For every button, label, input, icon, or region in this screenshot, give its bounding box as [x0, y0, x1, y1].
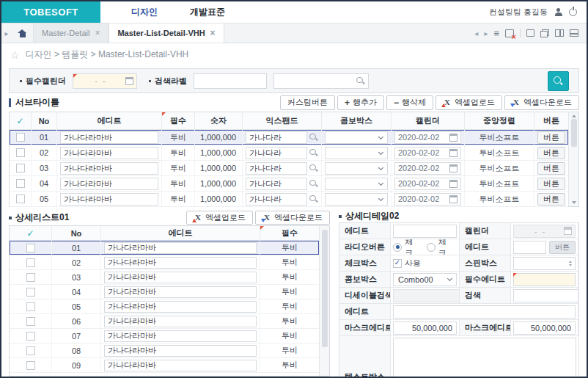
edit-input[interactable] — [60, 131, 158, 144]
required-edit-input[interactable] — [513, 273, 576, 286]
row-checkbox[interactable] — [16, 148, 25, 157]
app-logo[interactable]: TOBESOFT — [1, 1, 100, 23]
menu-dev-standard[interactable]: 개발표준 — [190, 6, 225, 18]
spin-down-icon[interactable] — [569, 264, 572, 266]
combo-select[interactable] — [325, 193, 388, 206]
radio-option-label[interactable]: 체크 — [405, 239, 416, 255]
edit2-input[interactable] — [513, 241, 546, 254]
master-grid-row[interactable]: 04 투비 1,000,000 2020-02-02 투비소프트 버튼 — [10, 176, 568, 192]
edit-input[interactable] — [104, 257, 257, 269]
master-grid-row[interactable]: 01 투비 1,000,000 2020-02-02 투비소프트 버튼 — [10, 130, 568, 145]
logout-icon[interactable] — [569, 8, 577, 16]
select-all-checkbox[interactable]: ✓ — [26, 228, 34, 239]
add-row-button[interactable]: +행추가 — [337, 95, 384, 110]
detail-list-row[interactable]: 02 투비 — [10, 255, 319, 270]
detail-list-row[interactable]: 01 투비 — [10, 241, 319, 255]
radio-unchecked[interactable] — [427, 243, 436, 252]
detail-list-row[interactable]: 09 투비 — [10, 358, 319, 373]
row-checkbox[interactable] — [26, 302, 35, 311]
search-input[interactable] — [513, 289, 578, 302]
expand-input[interactable] — [246, 193, 307, 206]
layout-single-icon[interactable] — [526, 29, 534, 37]
scroll-down-icon[interactable] — [572, 201, 576, 204]
row-button[interactable]: 버튼 — [537, 147, 565, 159]
master-grid-row[interactable]: 02 투비 1,000,000 2020-02-02 투비소프트 버튼 — [10, 145, 568, 161]
row-checkbox[interactable] — [26, 361, 35, 370]
layout-vertical-split-icon[interactable] — [555, 29, 564, 37]
layout-horizontal-split-icon[interactable] — [570, 29, 578, 37]
row-checkbox[interactable] — [26, 244, 35, 252]
expand-input[interactable] — [246, 147, 307, 159]
master-grid-row[interactable]: 03 투비 1,000,000 2020-02-02 투비소프트 버튼 — [10, 161, 568, 176]
detail-list-row[interactable]: 07 투비 — [10, 329, 319, 344]
scrollbar-thumb[interactable] — [571, 119, 577, 147]
select-all-checkbox[interactable]: ✓ — [16, 116, 23, 126]
search-icon[interactable] — [309, 179, 318, 189]
edit-input[interactable] — [104, 345, 257, 357]
spin-up-icon[interactable] — [569, 261, 572, 263]
layout-cascade-icon[interactable] — [540, 29, 549, 37]
combo-select[interactable]: Combo00 — [393, 273, 457, 286]
calendar-input[interactable]: 2020-02-02 — [394, 162, 461, 175]
combo-select[interactable] — [325, 131, 388, 144]
combo-select[interactable] — [325, 162, 388, 175]
row-checkbox[interactable] — [16, 164, 25, 172]
edit-input[interactable] — [104, 272, 257, 283]
radio-checked[interactable] — [393, 243, 402, 252]
row-checkbox[interactable] — [16, 195, 25, 203]
calendar-input[interactable]: 2020-02-02 — [394, 131, 461, 144]
tab-master-detail[interactable]: Master-Detail × — [34, 23, 109, 43]
edit-input[interactable] — [104, 242, 257, 254]
row-checkbox[interactable] — [16, 179, 25, 188]
expand-input[interactable] — [246, 162, 307, 175]
mask-edit-input[interactable] — [393, 321, 457, 335]
search-icon[interactable] — [356, 76, 365, 86]
mask-edit-input[interactable] — [513, 321, 576, 335]
row-button[interactable]: 버튼 — [537, 162, 565, 175]
favorite-star-icon[interactable]: ☆ — [10, 50, 20, 60]
detail-list-row[interactable]: 05 투비 — [10, 299, 319, 314]
calendar-input[interactable]: 2020-02-02 — [394, 147, 461, 159]
row-checkbox[interactable] — [16, 133, 25, 142]
row-checkbox[interactable] — [26, 288, 35, 297]
row-checkbox[interactable] — [26, 258, 35, 267]
nav-left-icon[interactable]: ◂ — [474, 29, 478, 37]
edit3-input[interactable] — [393, 305, 576, 319]
tab-master-list-detail-vhh[interactable]: Master-List-Detail-VHH × — [109, 23, 224, 43]
search-button[interactable] — [548, 71, 569, 91]
spin-input[interactable] — [513, 257, 576, 270]
excel-download-button[interactable]: 엑셀다운로드 — [255, 211, 330, 225]
row-checkbox[interactable] — [26, 273, 35, 282]
scroll-up-icon[interactable] — [572, 115, 576, 117]
textbox-input[interactable] — [393, 338, 576, 377]
tab-list-icon[interactable]: ≡ — [493, 29, 499, 38]
excel-upload-button[interactable]: 엑셀업로드 — [436, 95, 502, 110]
vertical-scrollbar[interactable] — [568, 112, 578, 206]
menu-design[interactable]: 디자인 — [131, 6, 158, 18]
close-all-tabs-icon[interactable] — [505, 29, 514, 37]
scrollbar-thumb[interactable] — [322, 230, 328, 347]
edit-input[interactable] — [60, 178, 158, 190]
edit2-button[interactable]: 버튼 — [549, 241, 576, 254]
delete-row-button[interactable]: −행삭제 — [386, 95, 433, 110]
calendar-input[interactable]: 2020-02-02 — [394, 178, 461, 190]
edit-input[interactable] — [104, 301, 257, 313]
row-checkbox[interactable] — [26, 346, 35, 355]
required-calendar-input[interactable]: - - — [73, 73, 137, 89]
checkbox-text[interactable]: 사용 — [405, 258, 421, 269]
vertical-scrollbar[interactable] — [319, 226, 329, 376]
search-icon[interactable] — [309, 195, 318, 204]
close-icon[interactable]: × — [210, 29, 216, 37]
excel-download-button[interactable]: 엑셀다운로드 — [504, 95, 579, 110]
edit-input[interactable] — [104, 316, 257, 327]
edit1-input[interactable] — [393, 225, 457, 238]
row-button[interactable]: 버튼 — [537, 178, 565, 190]
edit-input[interactable] — [60, 193, 158, 206]
combo-select[interactable] — [325, 178, 388, 190]
search-icon[interactable] — [309, 148, 318, 158]
close-icon[interactable]: × — [95, 29, 100, 37]
search-icon[interactable] — [309, 133, 318, 142]
detail-list-row[interactable]: 08 투비 — [10, 344, 319, 358]
calendar-input[interactable]: 2020-02-02 — [394, 193, 461, 206]
nav-right-icon[interactable]: ▸ — [484, 29, 488, 37]
